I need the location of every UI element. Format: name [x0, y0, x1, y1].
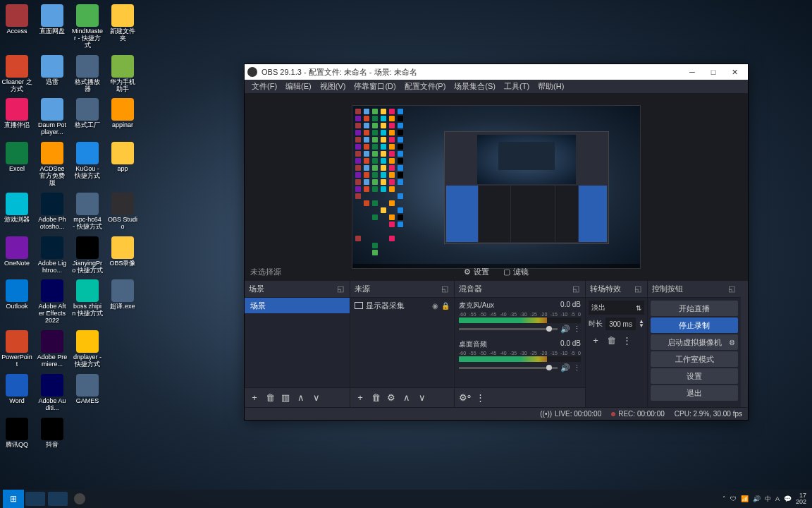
- dock-popout-icon[interactable]: ◱: [633, 284, 643, 294]
- menu-item[interactable]: 工具(T): [500, 81, 534, 92]
- studio-mode-button[interactable]: 工作室模式: [651, 351, 738, 367]
- desktop-icon[interactable]: 直播伴侣: [0, 97, 34, 138]
- desktop-icon[interactable]: Adobe Premiere...: [35, 329, 69, 370]
- desktop-icon[interactable]: Cleaner 之方式: [0, 54, 34, 95]
- source-down-button[interactable]: ∨: [415, 391, 429, 405]
- volume-slider[interactable]: [459, 367, 558, 369]
- menu-item[interactable]: 帮助(H): [534, 81, 568, 92]
- add-source-button[interactable]: +: [353, 391, 367, 405]
- mixer-advanced-button[interactable]: ⚙ᵒ: [457, 391, 472, 405]
- start-streaming-button[interactable]: 开始直播: [651, 301, 738, 316]
- volume-slider[interactable]: [459, 328, 558, 330]
- desktop-icon[interactable]: app: [106, 140, 140, 188]
- menu-item[interactable]: 配置文件(P): [400, 81, 450, 92]
- desktop-icon[interactable]: OBS录像: [106, 235, 140, 276]
- dock-popout-icon[interactable]: ◱: [440, 284, 450, 294]
- desktop-icon[interactable]: Adobe Photosho...: [35, 191, 69, 232]
- desktop-icon[interactable]: appinar: [106, 97, 140, 138]
- tray-network-icon[interactable]: 📶: [741, 495, 749, 502]
- virtual-cam-button[interactable]: 启动虚拟摄像机⚙: [651, 334, 738, 350]
- preview-filters-button[interactable]: ▢滤镜: [503, 267, 529, 277]
- tray-ime-icon[interactable]: 中: [765, 495, 771, 504]
- channel-menu-button[interactable]: ⋮: [573, 325, 581, 334]
- desktop-icon[interactable]: OBS Studio: [106, 191, 140, 232]
- mixer-menu-button[interactable]: ⋮: [473, 391, 487, 405]
- transition-select[interactable]: 淡出⇅: [589, 301, 644, 315]
- desktop-icon[interactable]: JianyingPro 快捷方式: [70, 235, 104, 276]
- menu-item[interactable]: 编辑(E): [281, 81, 316, 92]
- speaker-icon[interactable]: 🔊: [560, 363, 570, 373]
- spinner-icon[interactable]: ▲▼: [639, 320, 644, 329]
- gear-icon[interactable]: ⚙: [729, 339, 735, 346]
- desktop-icon[interactable]: 华为手机助手: [106, 54, 140, 95]
- desktop-icon[interactable]: Adobe After Effects 2022: [35, 278, 69, 326]
- desktop-icon[interactable]: 格式播放器: [70, 54, 104, 95]
- desktop-icon[interactable]: 格式工厂: [70, 97, 104, 138]
- tray-shield-icon[interactable]: 🛡: [730, 495, 737, 502]
- titlebar[interactable]: OBS 29.1.3 - 配置文件: 未命名 - 场景: 未命名 ─ □ ✕: [245, 64, 748, 80]
- scene-item[interactable]: 场景: [245, 298, 350, 313]
- desktop-icon[interactable]: Outlook: [0, 278, 34, 326]
- dock-popout-icon[interactable]: ◱: [336, 284, 345, 294]
- desktop-icon[interactable]: Adobe Lightroo...: [35, 235, 69, 276]
- desktop-icon[interactable]: GAMES: [70, 373, 104, 413]
- taskbar-clock[interactable]: 17 202: [796, 492, 806, 505]
- desktop-icon[interactable]: [106, 416, 140, 450]
- scene-up-button[interactable]: ∧: [294, 391, 308, 405]
- desktop-icon[interactable]: Daum Potplayer...: [35, 97, 69, 138]
- system-tray[interactable]: ˄ 🛡 📶 🔊 中 A 💬 17 202: [722, 492, 809, 505]
- taskbar-app-1[interactable]: [25, 492, 45, 506]
- desktop-icon[interactable]: Access: [0, 3, 34, 51]
- taskbar-app-2[interactable]: [48, 492, 68, 506]
- desktop-icon[interactable]: 迅雷: [35, 54, 69, 95]
- source-item[interactable]: 显示器采集 ◉ 🔒: [350, 298, 454, 313]
- desktop-icon[interactable]: 游戏浏器: [0, 191, 34, 232]
- desktop-icon[interactable]: 直面网盘: [35, 3, 69, 51]
- tray-chevron-icon[interactable]: ˄: [722, 495, 726, 502]
- lock-toggle[interactable]: 🔒: [441, 302, 450, 310]
- taskbar[interactable]: ⊞ ˄ 🛡 📶 🔊 中 A 💬 17 202: [0, 490, 812, 508]
- desktop-icon[interactable]: MindMaster - 快捷方式: [70, 3, 104, 51]
- desktop-icon[interactable]: 抖音: [35, 416, 69, 450]
- tray-lang-icon[interactable]: A: [775, 495, 780, 502]
- desktop-icon[interactable]: Word: [0, 373, 34, 413]
- remove-source-button[interactable]: 🗑: [369, 391, 383, 405]
- menu-item[interactable]: 视图(V): [316, 81, 350, 92]
- stop-recording-button[interactable]: 停止录制: [651, 318, 738, 333]
- desktop-icon[interactable]: [106, 329, 140, 370]
- add-transition-button[interactable]: +: [589, 333, 603, 347]
- desktop-icon[interactable]: dnplayer - 快捷方式: [70, 329, 104, 370]
- menu-item[interactable]: 文件(F): [247, 81, 281, 92]
- channel-menu-button[interactable]: ⋮: [573, 363, 581, 373]
- desktop-icon[interactable]: 腾讯QQ: [0, 416, 34, 450]
- desktop-icon[interactable]: mpc-hc64 - 快捷方式: [70, 191, 104, 232]
- tray-volume-icon[interactable]: 🔊: [753, 495, 761, 502]
- maximize-button[interactable]: □: [703, 64, 724, 80]
- visibility-toggle[interactable]: ◉: [432, 302, 438, 310]
- add-scene-button[interactable]: +: [247, 391, 262, 405]
- dock-popout-icon[interactable]: ◱: [727, 284, 737, 294]
- transition-menu-button[interactable]: ⋮: [620, 333, 634, 347]
- duration-input[interactable]: 300 ms: [605, 318, 636, 330]
- desktop-icon[interactable]: 新建文件夹: [106, 3, 140, 51]
- desktop-icon[interactable]: OneNote: [0, 235, 34, 276]
- scene-filter-button[interactable]: ▥: [278, 391, 293, 405]
- desktop-icon[interactable]: boss zhipin 快捷方式: [70, 278, 104, 326]
- menu-item[interactable]: 场景集合(S): [450, 81, 500, 92]
- speaker-icon[interactable]: 🔊: [560, 325, 570, 334]
- scene-down-button[interactable]: ∨: [309, 391, 324, 405]
- desktop-icon[interactable]: PowerPoint: [0, 329, 34, 370]
- start-button[interactable]: ⊞: [3, 490, 24, 508]
- desktop-icon[interactable]: KuGou - 快捷方式: [70, 140, 104, 188]
- exit-button[interactable]: 退出: [651, 385, 738, 401]
- close-button[interactable]: ✕: [724, 64, 745, 80]
- desktop-icon[interactable]: 超译.exe: [106, 278, 140, 326]
- desktop-icon[interactable]: [106, 373, 140, 413]
- desktop-icon[interactable]: [70, 416, 104, 450]
- preview-area[interactable]: 未选择源 ⚙设置 ▢滤镜: [245, 94, 748, 280]
- tray-notif-icon[interactable]: 💬: [784, 495, 792, 502]
- settings-button[interactable]: 设置: [651, 368, 738, 384]
- remove-transition-button[interactable]: 🗑: [604, 333, 618, 347]
- taskbar-obs[interactable]: [69, 490, 90, 508]
- source-up-button[interactable]: ∧: [400, 391, 414, 405]
